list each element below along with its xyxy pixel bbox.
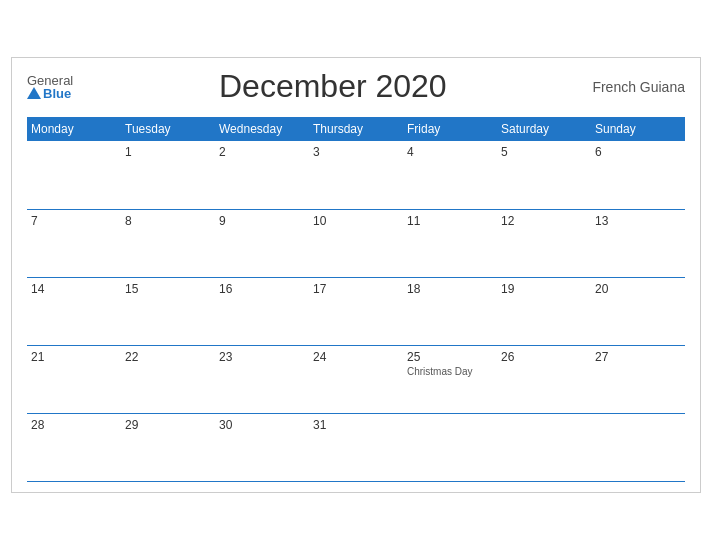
day-number: 27 [595, 350, 681, 364]
day-cell: 8 [121, 209, 215, 277]
logo-blue-text: Blue [27, 87, 71, 100]
day-cell: 22 [121, 345, 215, 413]
day-cell: 10 [309, 209, 403, 277]
day-cell: 18 [403, 277, 497, 345]
day-number: 7 [31, 214, 117, 228]
day-cell [27, 141, 121, 209]
day-cell: 13 [591, 209, 685, 277]
day-number: 16 [219, 282, 305, 296]
day-cell: 21 [27, 345, 121, 413]
day-cell: 11 [403, 209, 497, 277]
day-number: 30 [219, 418, 305, 432]
day-cell: 27 [591, 345, 685, 413]
day-cell: 2 [215, 141, 309, 209]
day-number: 5 [501, 145, 587, 159]
logo-general-text: General [27, 74, 73, 87]
day-number: 11 [407, 214, 493, 228]
day-number: 4 [407, 145, 493, 159]
day-number: 19 [501, 282, 587, 296]
day-cell: 14 [27, 277, 121, 345]
week-row-2: 78910111213 [27, 209, 685, 277]
day-cell: 1 [121, 141, 215, 209]
day-cell: 25Christmas Day [403, 345, 497, 413]
day-number: 18 [407, 282, 493, 296]
day-cell: 24 [309, 345, 403, 413]
days-header-row: Monday Tuesday Wednesday Thursday Friday… [27, 117, 685, 141]
header-monday: Monday [27, 117, 121, 141]
day-number: 31 [313, 418, 399, 432]
day-cell: 26 [497, 345, 591, 413]
day-cell: 15 [121, 277, 215, 345]
day-cell [591, 413, 685, 481]
week-row-1: 123456 [27, 141, 685, 209]
day-number: 26 [501, 350, 587, 364]
day-number: 29 [125, 418, 211, 432]
day-cell: 6 [591, 141, 685, 209]
day-cell: 12 [497, 209, 591, 277]
day-cell: 19 [497, 277, 591, 345]
day-cell: 29 [121, 413, 215, 481]
logo-triangle-icon [27, 87, 41, 99]
calendar-title: December 2020 [219, 68, 447, 105]
week-row-5: 28293031 [27, 413, 685, 481]
day-cell: 4 [403, 141, 497, 209]
day-event: Christmas Day [407, 366, 493, 377]
header-saturday: Saturday [497, 117, 591, 141]
day-number: 23 [219, 350, 305, 364]
day-number: 15 [125, 282, 211, 296]
calendar-header: General Blue December 2020 French Guiana [27, 68, 685, 105]
day-cell: 7 [27, 209, 121, 277]
week-row-4: 2122232425Christmas Day2627 [27, 345, 685, 413]
header-sunday: Sunday [591, 117, 685, 141]
logo: General Blue [27, 74, 73, 100]
day-cell: 9 [215, 209, 309, 277]
day-number: 2 [219, 145, 305, 159]
day-number: 20 [595, 282, 681, 296]
day-number: 6 [595, 145, 681, 159]
day-number: 12 [501, 214, 587, 228]
day-number: 14 [31, 282, 117, 296]
calendar-grid: Monday Tuesday Wednesday Thursday Friday… [27, 117, 685, 482]
day-number: 24 [313, 350, 399, 364]
day-cell [497, 413, 591, 481]
day-cell: 28 [27, 413, 121, 481]
week-row-3: 14151617181920 [27, 277, 685, 345]
day-number: 28 [31, 418, 117, 432]
day-cell: 5 [497, 141, 591, 209]
header-thursday: Thursday [309, 117, 403, 141]
day-number: 21 [31, 350, 117, 364]
calendar-container: General Blue December 2020 French Guiana… [11, 57, 701, 493]
day-number: 10 [313, 214, 399, 228]
header-wednesday: Wednesday [215, 117, 309, 141]
day-number: 25 [407, 350, 493, 364]
day-number: 17 [313, 282, 399, 296]
day-cell: 3 [309, 141, 403, 209]
day-number: 1 [125, 145, 211, 159]
header-friday: Friday [403, 117, 497, 141]
day-number: 8 [125, 214, 211, 228]
calendar-region: French Guiana [592, 79, 685, 95]
day-number: 22 [125, 350, 211, 364]
day-cell: 23 [215, 345, 309, 413]
day-number: 3 [313, 145, 399, 159]
header-tuesday: Tuesday [121, 117, 215, 141]
day-number: 13 [595, 214, 681, 228]
day-cell: 16 [215, 277, 309, 345]
day-cell: 31 [309, 413, 403, 481]
day-cell: 17 [309, 277, 403, 345]
day-cell [403, 413, 497, 481]
day-cell: 20 [591, 277, 685, 345]
day-number: 9 [219, 214, 305, 228]
day-cell: 30 [215, 413, 309, 481]
